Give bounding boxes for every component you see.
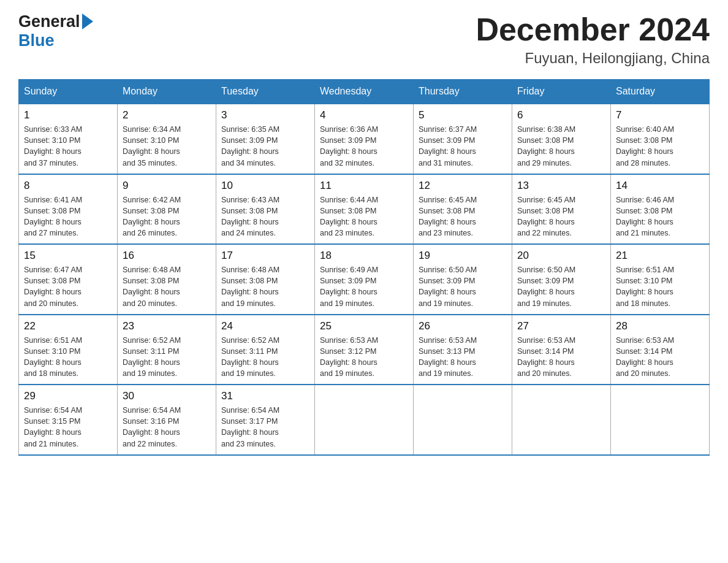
calendar-cell: 17 Sunrise: 6:48 AMSunset: 3:08 PMDaylig… bbox=[216, 244, 315, 315]
weekday-header-row: SundayMondayTuesdayWednesdayThursdayFrid… bbox=[19, 80, 710, 104]
calendar-cell: 27 Sunrise: 6:53 AMSunset: 3:14 PMDaylig… bbox=[512, 315, 611, 385]
day-info: Sunrise: 6:54 AMSunset: 3:15 PMDaylight:… bbox=[24, 406, 82, 448]
day-number: 5 bbox=[419, 109, 507, 121]
calendar-cell: 14 Sunrise: 6:46 AMSunset: 3:08 PMDaylig… bbox=[611, 174, 710, 245]
day-number: 3 bbox=[221, 109, 309, 121]
day-number: 10 bbox=[221, 180, 309, 192]
logo-area: General Blue bbox=[18, 12, 93, 50]
calendar-cell: 24 Sunrise: 6:52 AMSunset: 3:11 PMDaylig… bbox=[216, 315, 315, 385]
calendar-table: SundayMondayTuesdayWednesdayThursdayFrid… bbox=[18, 79, 710, 456]
day-number: 17 bbox=[221, 250, 309, 262]
logo-general-text: General bbox=[18, 12, 80, 31]
day-number: 18 bbox=[320, 250, 408, 262]
calendar-cell: 7 Sunrise: 6:40 AMSunset: 3:08 PMDayligh… bbox=[611, 104, 710, 174]
day-number: 1 bbox=[24, 109, 112, 121]
day-info: Sunrise: 6:53 AMSunset: 3:12 PMDaylight:… bbox=[320, 336, 378, 378]
day-info: Sunrise: 6:34 AMSunset: 3:10 PMDaylight:… bbox=[123, 125, 181, 167]
day-info: Sunrise: 6:44 AMSunset: 3:08 PMDaylight:… bbox=[320, 196, 378, 237]
day-number: 27 bbox=[517, 320, 605, 332]
day-number: 26 bbox=[419, 320, 507, 332]
day-info: Sunrise: 6:42 AMSunset: 3:08 PMDaylight:… bbox=[123, 196, 181, 237]
calendar-cell: 26 Sunrise: 6:53 AMSunset: 3:13 PMDaylig… bbox=[414, 315, 512, 385]
calendar-cell: 19 Sunrise: 6:50 AMSunset: 3:09 PMDaylig… bbox=[414, 244, 512, 315]
calendar-week-row: 22 Sunrise: 6:51 AMSunset: 3:10 PMDaylig… bbox=[19, 315, 710, 385]
day-info: Sunrise: 6:43 AMSunset: 3:08 PMDaylight:… bbox=[221, 196, 279, 237]
day-number: 28 bbox=[616, 320, 704, 332]
title-area: December 2024 Fuyuan, Heilongjiang, Chin… bbox=[476, 12, 710, 67]
weekday-header-sunday: Sunday bbox=[19, 80, 118, 104]
weekday-header-thursday: Thursday bbox=[414, 80, 512, 104]
weekday-header-tuesday: Tuesday bbox=[216, 80, 315, 104]
day-number: 21 bbox=[616, 250, 704, 262]
day-info: Sunrise: 6:48 AMSunset: 3:08 PMDaylight:… bbox=[221, 266, 279, 307]
weekday-header-monday: Monday bbox=[118, 80, 216, 104]
calendar-week-row: 15 Sunrise: 6:47 AMSunset: 3:08 PMDaylig… bbox=[19, 244, 710, 315]
day-info: Sunrise: 6:48 AMSunset: 3:08 PMDaylight:… bbox=[123, 266, 181, 307]
day-info: Sunrise: 6:46 AMSunset: 3:08 PMDaylight:… bbox=[616, 196, 674, 237]
calendar-cell: 21 Sunrise: 6:51 AMSunset: 3:10 PMDaylig… bbox=[611, 244, 710, 315]
calendar-cell: 29 Sunrise: 6:54 AMSunset: 3:15 PMDaylig… bbox=[19, 385, 118, 455]
day-number: 24 bbox=[221, 320, 309, 332]
calendar-cell: 9 Sunrise: 6:42 AMSunset: 3:08 PMDayligh… bbox=[118, 174, 216, 245]
weekday-header-saturday: Saturday bbox=[611, 80, 710, 104]
day-info: Sunrise: 6:53 AMSunset: 3:13 PMDaylight:… bbox=[419, 336, 477, 378]
calendar-cell: 5 Sunrise: 6:37 AMSunset: 3:09 PMDayligh… bbox=[414, 104, 512, 174]
day-number: 29 bbox=[24, 390, 112, 402]
day-number: 31 bbox=[221, 390, 309, 402]
day-info: Sunrise: 6:52 AMSunset: 3:11 PMDaylight:… bbox=[123, 336, 181, 378]
day-number: 2 bbox=[123, 109, 211, 121]
day-info: Sunrise: 6:51 AMSunset: 3:10 PMDaylight:… bbox=[24, 336, 82, 378]
day-number: 11 bbox=[320, 180, 408, 192]
day-info: Sunrise: 6:54 AMSunset: 3:17 PMDaylight:… bbox=[221, 406, 279, 448]
day-info: Sunrise: 6:41 AMSunset: 3:08 PMDaylight:… bbox=[24, 196, 82, 237]
day-info: Sunrise: 6:51 AMSunset: 3:10 PMDaylight:… bbox=[616, 266, 674, 307]
page-header: General Blue December 2024 Fuyuan, Heilo… bbox=[18, 12, 710, 67]
calendar-cell: 20 Sunrise: 6:50 AMSunset: 3:09 PMDaylig… bbox=[512, 244, 611, 315]
calendar-cell: 10 Sunrise: 6:43 AMSunset: 3:08 PMDaylig… bbox=[216, 174, 315, 245]
calendar-cell: 31 Sunrise: 6:54 AMSunset: 3:17 PMDaylig… bbox=[216, 385, 315, 455]
calendar-cell: 8 Sunrise: 6:41 AMSunset: 3:08 PMDayligh… bbox=[19, 174, 118, 245]
calendar-cell bbox=[414, 385, 512, 455]
calendar-cell: 28 Sunrise: 6:53 AMSunset: 3:14 PMDaylig… bbox=[611, 315, 710, 385]
day-number: 12 bbox=[419, 180, 507, 192]
calendar-cell: 30 Sunrise: 6:54 AMSunset: 3:16 PMDaylig… bbox=[118, 385, 216, 455]
weekday-header-friday: Friday bbox=[512, 80, 611, 104]
day-number: 15 bbox=[24, 250, 112, 262]
day-info: Sunrise: 6:53 AMSunset: 3:14 PMDaylight:… bbox=[517, 336, 575, 378]
day-info: Sunrise: 6:35 AMSunset: 3:09 PMDaylight:… bbox=[221, 125, 279, 167]
calendar-cell: 3 Sunrise: 6:35 AMSunset: 3:09 PMDayligh… bbox=[216, 104, 315, 174]
day-info: Sunrise: 6:47 AMSunset: 3:08 PMDaylight:… bbox=[24, 266, 82, 307]
calendar-cell: 12 Sunrise: 6:45 AMSunset: 3:08 PMDaylig… bbox=[414, 174, 512, 245]
day-number: 16 bbox=[123, 250, 211, 262]
day-number: 13 bbox=[517, 180, 605, 192]
calendar-cell: 23 Sunrise: 6:52 AMSunset: 3:11 PMDaylig… bbox=[118, 315, 216, 385]
calendar-cell bbox=[315, 385, 414, 455]
calendar-cell bbox=[611, 385, 710, 455]
day-number: 7 bbox=[616, 109, 704, 121]
day-info: Sunrise: 6:45 AMSunset: 3:08 PMDaylight:… bbox=[517, 196, 575, 237]
day-number: 23 bbox=[123, 320, 211, 332]
calendar-cell: 15 Sunrise: 6:47 AMSunset: 3:08 PMDaylig… bbox=[19, 244, 118, 315]
day-info: Sunrise: 6:45 AMSunset: 3:08 PMDaylight:… bbox=[419, 196, 477, 237]
day-info: Sunrise: 6:40 AMSunset: 3:08 PMDaylight:… bbox=[616, 125, 674, 167]
day-info: Sunrise: 6:36 AMSunset: 3:09 PMDaylight:… bbox=[320, 125, 378, 167]
day-number: 14 bbox=[616, 180, 704, 192]
day-number: 30 bbox=[123, 390, 211, 402]
calendar-cell: 1 Sunrise: 6:33 AMSunset: 3:10 PMDayligh… bbox=[19, 104, 118, 174]
calendar-cell: 16 Sunrise: 6:48 AMSunset: 3:08 PMDaylig… bbox=[118, 244, 216, 315]
calendar-cell: 4 Sunrise: 6:36 AMSunset: 3:09 PMDayligh… bbox=[315, 104, 414, 174]
day-info: Sunrise: 6:37 AMSunset: 3:09 PMDaylight:… bbox=[419, 125, 477, 167]
day-number: 25 bbox=[320, 320, 408, 332]
calendar-cell: 6 Sunrise: 6:38 AMSunset: 3:08 PMDayligh… bbox=[512, 104, 611, 174]
logo-triangle-icon bbox=[82, 13, 93, 29]
day-info: Sunrise: 6:49 AMSunset: 3:09 PMDaylight:… bbox=[320, 266, 378, 307]
day-info: Sunrise: 6:38 AMSunset: 3:08 PMDaylight:… bbox=[517, 125, 575, 167]
day-number: 8 bbox=[24, 180, 112, 192]
calendar-cell: 11 Sunrise: 6:44 AMSunset: 3:08 PMDaylig… bbox=[315, 174, 414, 245]
calendar-week-row: 29 Sunrise: 6:54 AMSunset: 3:15 PMDaylig… bbox=[19, 385, 710, 455]
day-info: Sunrise: 6:33 AMSunset: 3:10 PMDaylight:… bbox=[24, 125, 82, 167]
day-info: Sunrise: 6:54 AMSunset: 3:16 PMDaylight:… bbox=[123, 406, 181, 448]
calendar-week-row: 8 Sunrise: 6:41 AMSunset: 3:08 PMDayligh… bbox=[19, 174, 710, 245]
calendar-cell bbox=[512, 385, 611, 455]
logo-blue-text: Blue bbox=[18, 31, 55, 50]
